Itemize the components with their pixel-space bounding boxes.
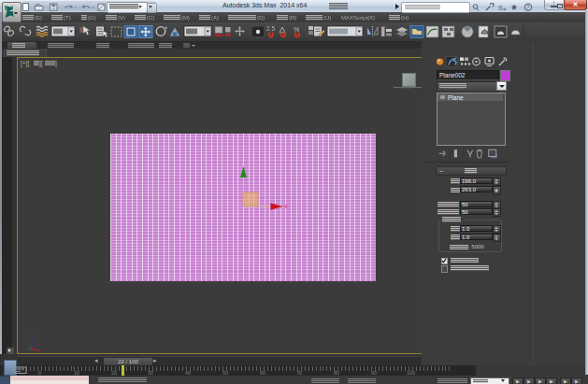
svg-text:?: ? [526,4,530,10]
svg-text:%: % [294,26,299,33]
svg-text:2.5: 2.5 [266,25,275,32]
svg-text:S: S [498,4,503,10]
